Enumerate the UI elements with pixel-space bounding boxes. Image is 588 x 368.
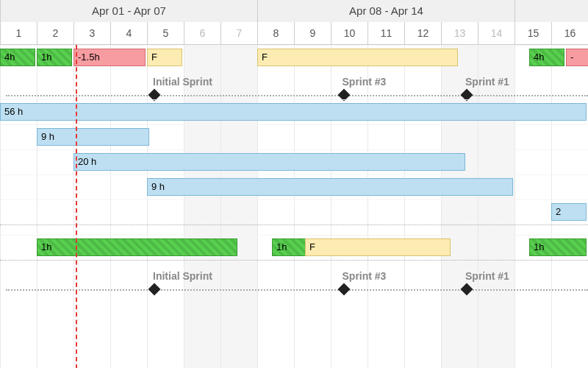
task-bar[interactable]: F bbox=[147, 49, 182, 66]
day-header-cell[interactable]: 1 bbox=[0, 22, 37, 44]
milestone-marker[interactable] bbox=[148, 283, 161, 296]
today-marker bbox=[76, 45, 77, 368]
day-row: 12345678910111213141516 bbox=[0, 22, 588, 44]
task-bar[interactable]: 9 h bbox=[37, 128, 149, 146]
timeline-header: Apr 01 - Apr 07Apr 08 - Apr 14 123456789… bbox=[0, 0, 588, 45]
milestone-label: Sprint #3 bbox=[343, 76, 387, 88]
task-bar[interactable]: 2 bbox=[551, 203, 587, 221]
task-row: 1h1hF1h bbox=[0, 235, 588, 260]
milestone-row: Initial SprintSprint #3Sprint #1 bbox=[0, 76, 588, 99]
task-row: 9 h bbox=[0, 174, 588, 199]
day-header-cell[interactable]: 5 bbox=[147, 22, 184, 44]
day-header-cell[interactable]: 8 bbox=[257, 22, 294, 44]
week-header-cell: Apr 08 - Apr 14 bbox=[257, 0, 514, 22]
row-separator bbox=[0, 260, 588, 270]
day-header-cell[interactable]: 9 bbox=[294, 22, 331, 44]
milestone-baseline bbox=[6, 95, 588, 96]
day-header-cell[interactable]: 3 bbox=[74, 22, 110, 44]
milestone-row: Initial SprintSprint #3Sprint #1 bbox=[0, 270, 588, 294]
milestone-marker[interactable] bbox=[461, 283, 473, 296]
day-header-cell[interactable]: 7 bbox=[220, 22, 257, 44]
task-bar[interactable]: F bbox=[257, 49, 458, 66]
gantt-rows: 4h1h-1.5hFF4h-Initial SprintSprint #3Spr… bbox=[0, 45, 588, 368]
day-header-cell[interactable]: 6 bbox=[184, 22, 220, 44]
day-header-cell[interactable]: 16 bbox=[551, 22, 588, 44]
milestone-label: Sprint #3 bbox=[343, 270, 387, 282]
task-bar[interactable]: - bbox=[566, 49, 588, 66]
task-bar[interactable]: 1h bbox=[37, 238, 237, 256]
row-separator bbox=[0, 224, 588, 235]
day-header-cell[interactable]: 13 bbox=[441, 22, 478, 44]
task-row: 9 h bbox=[0, 124, 588, 149]
task-bar[interactable]: -1.5h bbox=[74, 49, 146, 66]
task-row: 20 h bbox=[0, 149, 588, 174]
day-header-cell[interactable]: 4 bbox=[110, 22, 147, 44]
gantt-body[interactable]: 4h1h-1.5hFF4h-Initial SprintSprint #3Spr… bbox=[0, 45, 588, 368]
milestone-label: Initial Sprint bbox=[153, 270, 212, 282]
week-row: Apr 01 - Apr 07Apr 08 - Apr 14 bbox=[0, 0, 588, 22]
gantt-chart: Apr 01 - Apr 07Apr 08 - Apr 14 123456789… bbox=[0, 0, 588, 368]
milestone-label: Sprint #1 bbox=[465, 270, 509, 282]
milestone-marker[interactable] bbox=[337, 283, 350, 296]
task-bar[interactable]: 4h bbox=[529, 49, 564, 66]
day-header-cell[interactable]: 15 bbox=[514, 22, 551, 44]
day-header-cell[interactable]: 2 bbox=[37, 22, 74, 44]
task-bar[interactable]: 4h bbox=[0, 49, 35, 66]
week-header-cell bbox=[514, 0, 588, 22]
milestone-baseline bbox=[6, 289, 588, 291]
day-header-cell[interactable]: 10 bbox=[331, 22, 368, 44]
day-header-cell[interactable]: 12 bbox=[404, 22, 441, 44]
task-bar[interactable]: 1h bbox=[529, 238, 587, 256]
week-header-cell: Apr 01 - Apr 07 bbox=[0, 0, 257, 22]
task-bar[interactable]: 9 h bbox=[147, 178, 513, 196]
task-bar[interactable]: 1h bbox=[37, 49, 72, 66]
task-row: 56 h bbox=[0, 99, 588, 124]
day-header-cell[interactable]: 11 bbox=[368, 22, 404, 44]
task-bar[interactable]: 1h bbox=[272, 238, 307, 256]
milestone-label: Sprint #1 bbox=[465, 76, 509, 88]
task-row: 2 bbox=[0, 199, 588, 224]
task-row: 4h1h-1.5hFF4h- bbox=[0, 45, 588, 70]
task-bar[interactable]: F bbox=[305, 238, 451, 256]
task-bar[interactable]: 20 h bbox=[74, 153, 465, 171]
task-bar[interactable]: 56 h bbox=[0, 103, 587, 121]
milestone-label: Initial Sprint bbox=[153, 76, 212, 88]
day-header-cell[interactable]: 14 bbox=[478, 22, 514, 44]
